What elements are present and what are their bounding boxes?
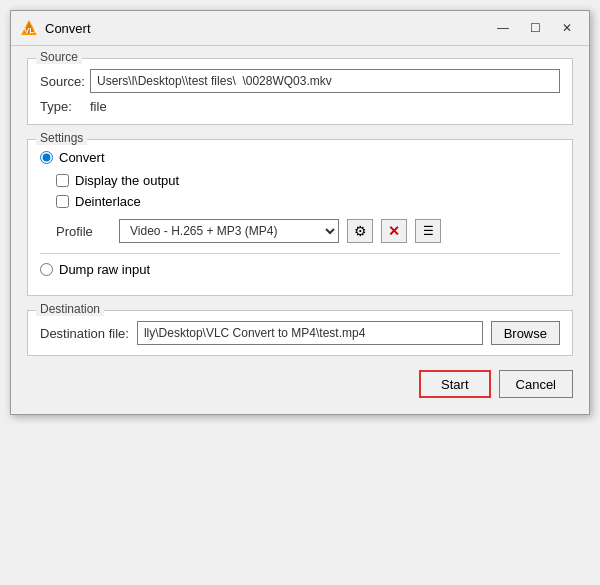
type-label: Type: xyxy=(40,99,90,114)
svg-text:VLC: VLC xyxy=(24,26,39,35)
dump-radio-label[interactable]: Dump raw input xyxy=(59,262,150,277)
maximize-button[interactable]: ☐ xyxy=(521,17,549,39)
destination-section: Destination Destination file: Browse xyxy=(27,310,573,356)
display-output-row: Display the output xyxy=(56,173,560,188)
titlebar: VLC Convert — ☐ ✕ xyxy=(11,11,589,46)
source-section-title: Source xyxy=(36,50,82,64)
profile-list-button[interactable]: ☰ xyxy=(415,219,441,243)
destination-section-title: Destination xyxy=(36,302,104,316)
destination-row: Destination file: Browse xyxy=(40,321,560,345)
dump-radio-row: Dump raw input xyxy=(40,262,560,277)
convert-radio-row: Convert xyxy=(40,150,560,165)
start-button[interactable]: Start xyxy=(419,370,490,398)
titlebar-controls: — ☐ ✕ xyxy=(489,17,581,39)
display-output-checkbox[interactable] xyxy=(56,174,69,187)
titlebar-left: VLC Convert xyxy=(19,18,91,38)
settings-section-title: Settings xyxy=(36,131,87,145)
wrench-icon: ⚙ xyxy=(354,223,367,239)
vlc-icon: VLC xyxy=(19,18,39,38)
close-button[interactable]: ✕ xyxy=(553,17,581,39)
destination-input[interactable] xyxy=(137,321,483,345)
settings-section: Settings Convert Display the output Dein… xyxy=(27,139,573,296)
profile-row: Profile Video - H.265 + MP3 (MP4) Video … xyxy=(56,219,560,243)
profile-delete-button[interactable]: ✕ xyxy=(381,219,407,243)
source-row: Source: xyxy=(40,69,560,93)
convert-window: VLC Convert — ☐ ✕ Source Source: Type: f… xyxy=(10,10,590,415)
deinterlace-checkbox[interactable] xyxy=(56,195,69,208)
cancel-button[interactable]: Cancel xyxy=(499,370,573,398)
browse-button[interactable]: Browse xyxy=(491,321,560,345)
source-section: Source Source: Type: file xyxy=(27,58,573,125)
minimize-button[interactable]: — xyxy=(489,17,517,39)
deinterlace-row: Deinterlace xyxy=(56,194,560,209)
settings-separator xyxy=(40,253,560,254)
deinterlace-label[interactable]: Deinterlace xyxy=(75,194,141,209)
convert-radio-label[interactable]: Convert xyxy=(59,150,105,165)
source-input[interactable] xyxy=(90,69,560,93)
type-value: file xyxy=(90,99,107,114)
delete-icon: ✕ xyxy=(388,223,400,239)
titlebar-title: Convert xyxy=(45,21,91,36)
dump-radio[interactable] xyxy=(40,263,53,276)
list-icon: ☰ xyxy=(423,224,434,238)
destination-label: Destination file: xyxy=(40,326,129,341)
profile-select[interactable]: Video - H.265 + MP3 (MP4) Video - H.264 … xyxy=(119,219,339,243)
type-row: Type: file xyxy=(40,99,560,114)
profile-label: Profile xyxy=(56,224,111,239)
action-buttons: Start Cancel xyxy=(27,370,573,398)
source-label: Source: xyxy=(40,74,90,89)
convert-radio[interactable] xyxy=(40,151,53,164)
profile-edit-button[interactable]: ⚙ xyxy=(347,219,373,243)
display-output-label[interactable]: Display the output xyxy=(75,173,179,188)
window-content: Source Source: Type: file Settings Conve… xyxy=(11,46,589,414)
